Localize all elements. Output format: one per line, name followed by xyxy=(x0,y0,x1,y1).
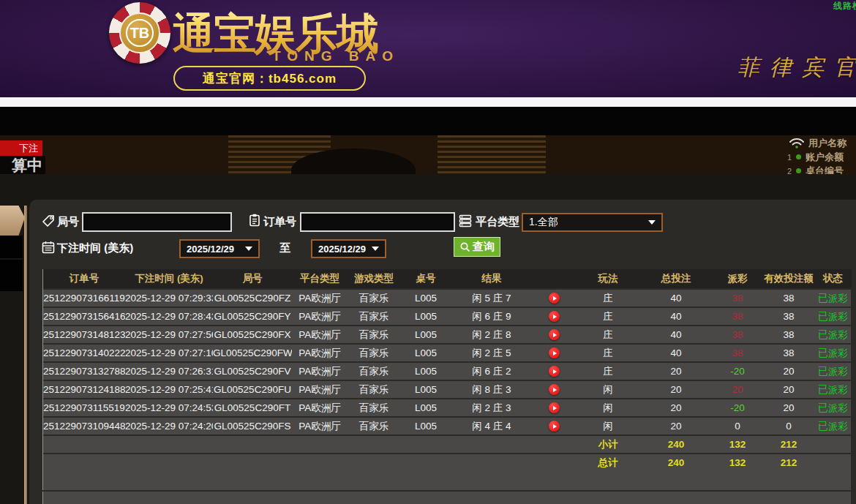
line-check-link[interactable]: 线路检 xyxy=(833,0,856,12)
table-row: 2512290731155192025-12-29 07:24:53GL0052… xyxy=(43,398,852,416)
cell-total-bet: 40 xyxy=(640,288,712,306)
cell-order: 251229073115519 xyxy=(43,398,125,416)
brand-subtitle: TONG BAO xyxy=(272,48,399,64)
cell-game-no: GL00525C290FY xyxy=(213,306,292,325)
cell-totals-bet: 240 xyxy=(640,435,712,453)
cell-game-no: GL00525C290FT xyxy=(213,398,292,416)
cell-time: 2025-12-29 07:24:53 xyxy=(125,398,213,416)
replay-icon[interactable] xyxy=(549,366,560,377)
table-row: 2512290731402222025-12-29 07:27:10GL0052… xyxy=(43,343,852,361)
order-no-input[interactable] xyxy=(300,212,455,232)
cell-platform: PA欧洲厅 xyxy=(292,361,348,380)
side-rail-button[interactable] xyxy=(0,260,23,291)
cell-bet-on: 闲 xyxy=(576,416,640,435)
cell-valid-bet: 38 xyxy=(763,343,814,361)
cell-totals-label: 总计 xyxy=(576,453,640,471)
cell-valid-bet: 38 xyxy=(763,306,814,325)
cell-game-type: 百家乐 xyxy=(348,416,400,435)
cell-platform: PA欧洲厅 xyxy=(292,288,348,306)
cell-table-no: L005 xyxy=(400,325,451,343)
column-header: 有效投注额 xyxy=(763,269,814,288)
cell-time: 2025-12-29 07:24:20 xyxy=(125,416,213,435)
cell-totals-payout: 132 xyxy=(712,453,763,471)
cell-total-bet: 20 xyxy=(640,380,712,398)
cell-table-no: L005 xyxy=(400,306,451,325)
cell-totals-label: 小计 xyxy=(576,435,640,453)
chevron-down-icon xyxy=(648,220,656,225)
replay-icon[interactable] xyxy=(549,347,560,358)
server-icon xyxy=(458,214,473,228)
green-dot-icon xyxy=(796,154,801,159)
cell-total-bet: 40 xyxy=(640,325,712,343)
cell-status: 已派彩 xyxy=(814,288,852,306)
cell-total-bet: 20 xyxy=(640,361,712,380)
cell-status: 已派彩 xyxy=(814,343,852,361)
side-rail-button[interactable] xyxy=(0,236,23,258)
cell-result: 闲 6 庄 9 xyxy=(451,306,532,325)
cell-payout: -20 xyxy=(712,361,763,380)
side-rail-divider xyxy=(24,206,27,504)
cell-valid-bet: 20 xyxy=(763,380,814,398)
shutter-decor xyxy=(438,135,546,174)
replay-icon[interactable] xyxy=(549,293,560,304)
cell-game-no: GL00525C290FX xyxy=(213,325,292,343)
cell-replay xyxy=(532,325,576,343)
table-row: 2512290731094482025-12-29 07:24:20GL0052… xyxy=(43,416,852,435)
cell-valid-bet: 20 xyxy=(763,361,814,380)
column-header: 平台类型 xyxy=(292,269,348,288)
replay-icon[interactable] xyxy=(549,402,560,413)
cell-bet-on: 庄 xyxy=(576,325,640,343)
column-header: 局号 xyxy=(213,269,292,288)
cell-total-bet: 40 xyxy=(640,306,712,325)
replay-icon[interactable] xyxy=(549,311,560,322)
side-rail-tab[interactable] xyxy=(0,206,25,236)
cell-bet-on: 庄 xyxy=(576,306,640,325)
date-from-value: 2025/12/29 xyxy=(187,244,234,255)
cell-replay xyxy=(532,288,576,306)
date-from-select[interactable]: 2025/12/29 xyxy=(179,239,260,258)
casino-chip-logo: TB xyxy=(109,2,170,64)
total-row: 总计240132212 xyxy=(43,453,852,471)
cell-game-no: GL00525C290FU xyxy=(213,380,292,398)
cell-total-bet: 40 xyxy=(640,343,712,361)
calendar-icon xyxy=(41,240,56,255)
cell-game-type: 百家乐 xyxy=(348,398,400,416)
brand-header: 线路检 TB 通宝娱乐城 TONG BAO 通宝官网：tb456.com 菲律宾… xyxy=(0,0,856,97)
cell-replay xyxy=(532,380,576,398)
cell-table-no: L005 xyxy=(400,416,451,435)
date-to-select[interactable]: 2025/12/29 xyxy=(311,239,386,258)
cell-bet-on: 闲 xyxy=(576,398,640,416)
replay-icon[interactable] xyxy=(549,329,560,340)
username-label: 用户名称 xyxy=(808,137,846,150)
chevron-down-icon xyxy=(372,247,379,251)
date-to-value: 2025/12/29 xyxy=(318,244,366,255)
cell-total-bet: 20 xyxy=(640,398,712,416)
cell-empty xyxy=(43,435,576,453)
cell-empty xyxy=(814,453,852,471)
replay-icon[interactable] xyxy=(549,384,560,395)
cell-status: 已派彩 xyxy=(814,398,852,416)
hotkey-number: 1 xyxy=(787,153,795,162)
cell-valid-bet: 38 xyxy=(763,325,814,343)
cell-time: 2025-12-29 07:26:31 xyxy=(125,361,213,380)
cell-valid-bet: 0 xyxy=(763,416,814,435)
table-row: 2512290731481232025-12-29 07:27:56GL0052… xyxy=(43,325,852,343)
game-no-input[interactable] xyxy=(82,212,232,232)
column-header: 结果 xyxy=(451,269,532,288)
cell-status: 已派彩 xyxy=(814,325,852,343)
cell-game-no: GL00525C290FW xyxy=(213,343,292,361)
column-header: 派彩 xyxy=(712,269,763,288)
column-header: 状态 xyxy=(814,269,852,288)
bet-status-badge: 下注 xyxy=(0,140,42,156)
tag-icon xyxy=(41,214,56,228)
cell-bet-on: 闲 xyxy=(576,380,640,398)
cell-payout: 38 xyxy=(712,306,763,325)
cell-platform: PA欧洲厅 xyxy=(292,306,348,325)
search-button[interactable]: 查询 xyxy=(454,237,500,257)
cell-order: 251229073156416 xyxy=(43,306,125,325)
cell-payout: -20 xyxy=(712,398,763,416)
user-info-block: 用户名称 1 账户余额 2 桌台编号 xyxy=(787,137,856,174)
replay-icon[interactable] xyxy=(549,421,560,432)
chip-inner: TB xyxy=(119,12,160,53)
platform-select[interactable]: 1.全部 xyxy=(522,213,663,232)
